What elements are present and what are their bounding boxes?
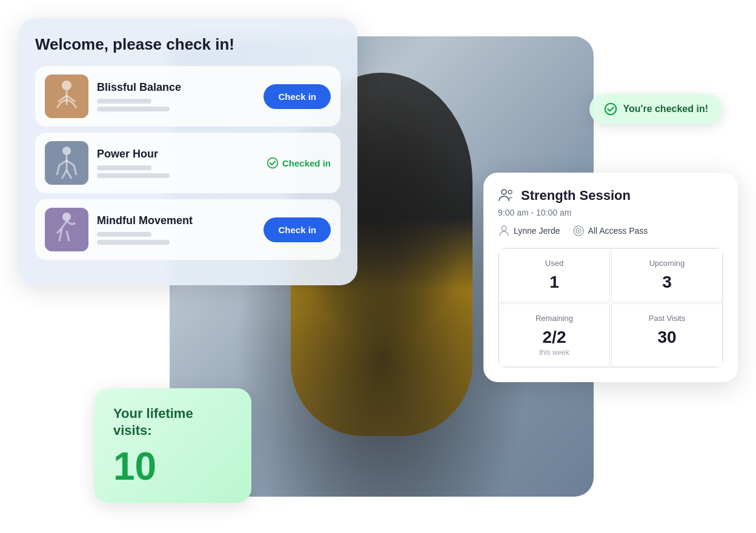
stat-used-label: Used — [511, 259, 597, 268]
line-bar-2 — [97, 107, 170, 111]
line-bar-5 — [97, 232, 151, 237]
meta-pass: All Access Pass — [572, 225, 648, 237]
class-action-mindful[interactable]: Check in — [264, 217, 331, 242]
group-icon — [498, 187, 515, 204]
meta-instructor: Lynne Jerde — [498, 225, 560, 237]
stat-remaining-sub: this week — [511, 348, 597, 357]
class-info-blissful: Blissful Balance — [97, 81, 255, 111]
svg-point-12 — [508, 190, 512, 194]
svg-point-10 — [605, 104, 615, 114]
class-name-blissful: Blissful Balance — [97, 81, 255, 94]
svg-point-7 — [268, 158, 278, 168]
svg-point-13 — [502, 226, 506, 231]
class-name-power: Power Hour — [97, 148, 258, 161]
stat-upcoming-value: 3 — [624, 273, 710, 292]
svg-point-6 — [62, 147, 71, 155]
line-bar-3 — [97, 165, 151, 170]
checked-in-label: Checked in — [282, 158, 331, 168]
svg-point-16 — [577, 230, 579, 232]
line-bar-6 — [97, 240, 170, 245]
notification-text: You're checked in! — [623, 104, 708, 114]
class-thumb-blissful — [45, 74, 88, 118]
class-thumb-power — [45, 141, 88, 185]
checked-in-badge: Checked in — [267, 157, 331, 169]
class-info-power: Power Hour — [97, 148, 258, 178]
class-thumb-mindful — [45, 208, 88, 251]
session-card: Strength Session 9:00 am - 10:00 am Lynn… — [483, 173, 738, 382]
class-action-blissful[interactable]: Check in — [264, 84, 331, 109]
stat-remaining-label: Remaining — [511, 314, 597, 323]
check-circle-icon — [267, 157, 279, 169]
stat-upcoming: Upcoming 3 — [611, 248, 723, 302]
class-name-mindful: Mindful Movement — [97, 214, 255, 227]
stats-grid: Used 1 Upcoming 3 Remaining 2/2 this wee… — [498, 248, 723, 368]
stat-used: Used 1 — [499, 248, 610, 302]
instructor-name: Lynne Jerde — [514, 226, 560, 236]
svg-point-11 — [502, 190, 506, 194]
class-info-mindful: Mindful Movement — [97, 214, 255, 245]
lifetime-card: Your lifetime visits: 10 — [94, 388, 251, 503]
pass-icon — [572, 225, 585, 237]
session-time: 9:00 am - 10:00 am — [498, 208, 723, 217]
stat-past-label: Past Visits — [624, 314, 710, 323]
person-icon — [498, 225, 510, 237]
lifetime-label: Your lifetime visits: — [113, 405, 232, 440]
stat-past-visits: Past Visits 30 — [611, 303, 723, 367]
svg-point-9 — [62, 213, 71, 221]
line-bar-4 — [97, 173, 170, 178]
stat-upcoming-label: Upcoming — [624, 259, 710, 268]
svg-point-1 — [62, 81, 71, 90]
class-item-mindful: Mindful Movement Check in — [35, 199, 340, 260]
line-bar-1 — [97, 99, 151, 104]
checkin-button-blissful[interactable]: Check in — [264, 84, 331, 109]
stat-past-value: 30 — [624, 328, 710, 347]
class-item-blissful: Blissful Balance Check in — [35, 66, 340, 127]
checked-in-notification: You're checked in! — [589, 94, 723, 124]
pass-name: All Access Pass — [588, 226, 648, 236]
checkin-button-mindful[interactable]: Check in — [264, 217, 331, 242]
class-action-power: Checked in — [267, 157, 331, 169]
class-item-power: Power Hour Checked in — [35, 133, 340, 193]
stat-remaining-value: 2/2 — [511, 328, 597, 347]
lifetime-number: 10 — [113, 447, 232, 486]
session-title: Strength Session — [521, 188, 631, 204]
stat-used-value: 1 — [511, 273, 597, 292]
checkin-card: Welcome, please check in! Blissful Balan… — [18, 18, 357, 285]
notification-check-icon — [604, 102, 617, 116]
checkin-card-title: Welcome, please check in! — [35, 35, 340, 54]
session-header: Strength Session — [498, 187, 723, 204]
stat-remaining: Remaining 2/2 this week — [499, 303, 610, 367]
session-meta: Lynne Jerde All Access Pass — [498, 225, 723, 237]
